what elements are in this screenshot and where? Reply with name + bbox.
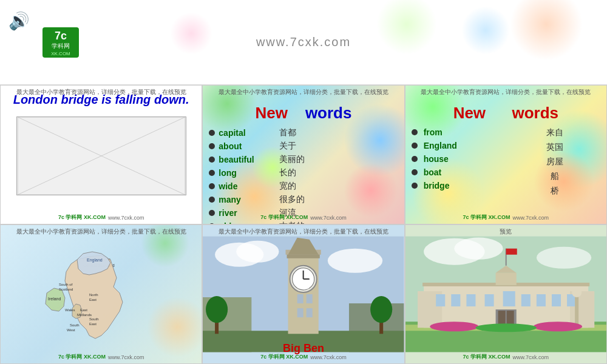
svg-text:Ireland: Ireland [48,297,61,301]
word-cn: 美丽的 [279,154,305,165]
svg-point-47 [454,238,503,260]
watermark-bottom-6: 7c 学科网 XK.COM www.7cxk.com [463,353,549,361]
word-en2: England [412,141,503,150]
london-bridge-image [16,116,186,195]
new-label: New [256,104,288,122]
svg-rect-58 [503,291,515,306]
word-cn2: 房屋 [509,157,600,167]
svg-text:South: South [89,317,99,321]
svg-rect-70 [506,249,517,255]
svg-point-30 [206,296,228,323]
wm-logo-3: 7c 学科网 XK.COM [463,214,510,221]
svg-rect-44 [307,308,313,317]
bullet-icon [209,183,215,189]
card-new-words-right: 最大最全中小学教育资源网站，详细分类，批量下载，在线预览 New words f… [405,85,607,224]
speaker-icon[interactable]: 🔊 [8,11,30,31]
word-cn: 关于 [279,141,296,152]
words-label-3: words [512,104,558,122]
main-grid: 最大最全中小学教育资源网站，详细分类，批量下载，在线预览 London brid… [0,85,607,364]
wm-logo-2: 7c 学科网 XK.COM [260,214,308,221]
card3-title: New words [412,104,600,123]
bullet-icon [209,210,215,216]
word-cn2: 来自 [509,127,600,138]
svg-text:North: North [89,293,98,297]
word-cn: 宽的 [279,181,296,192]
card2-title: New words [209,104,398,123]
card-palace: 预览 [405,224,607,364]
words-two-col-3: from England house boat [412,127,600,200]
card3-content: New words from England hou [405,86,606,206]
watermark-top-1: 最大最全中小学教育资源网站，详细分类，批量下载，在线预览 [16,88,186,96]
watermark-top-6: 预览 [500,228,512,236]
watermark-top-4: 最大最全中小学教育资源网站，详细分类，批量下载，在线预览 [16,228,186,236]
wm-logo-6: 7c 学科网 XK.COM [463,353,510,361]
svg-text:East: East [80,308,87,312]
word-row: wide 宽的 [209,181,398,192]
svg-rect-59 [521,294,530,306]
word-row: about 关于 [209,141,398,152]
map-container: Highlands and Central Scotland South of … [1,225,202,363]
svg-text:学科网: 学科网 [52,42,70,49]
word-en2: boat [412,167,503,177]
svg-rect-43 [297,308,304,317]
bullet-icon [209,130,215,136]
word-en: beautiful [219,155,273,164]
word-en2: from [412,127,503,137]
card-new-words-left: 最大最全中小学教育资源网站，详细分类，批量下载，在线预览 New words c… [202,85,404,224]
svg-rect-71 [575,294,578,325]
svg-point-32 [370,296,392,323]
word-row: many 很多的 [209,194,398,205]
wm-url-2: www.7cxk.com [310,215,347,221]
svg-rect-57 [484,294,493,306]
svg-point-72 [572,288,582,297]
word-en: about [219,141,273,151]
svg-text:East: East [89,322,97,326]
svg-rect-67 [495,273,516,285]
card-big-ben: 最大最全中小学教育资源网站，详细分类，批量下载，在线预览 [202,224,404,364]
bigben-label: Big Ben [283,342,324,355]
svg-point-74 [534,322,582,331]
palace-svg [405,225,606,363]
word-en: many [219,195,273,204]
svg-rect-55 [451,294,460,306]
word-cn: 长的 [279,167,296,178]
watermark-top-2: 最大最全中小学教育资源网站，详细分类，批量下载，在线预览 [219,88,388,96]
svg-text:South of: South of [59,283,73,286]
word-cn2: 英国 [509,142,600,153]
wm-logo-1: 7c 学科网 XK.COM [58,214,106,221]
bullet-icon [412,143,418,149]
svg-text:England: England [87,258,103,263]
wm-url-6: www.7cxk.com [513,354,549,360]
svg-rect-56 [466,294,475,306]
svg-text:West: West [67,328,75,332]
bullet-icon [209,157,215,163]
logo-svg: 7c 学科网 XK.COM [42,24,79,61]
svg-rect-41 [297,294,304,303]
bullet-icon [412,156,418,162]
word-row: beautiful 美丽的 [209,154,398,165]
watermark-bottom-4: 7c 学科网 XK.COM www.7cxk.com [58,353,144,361]
svg-text:XK.COM: XK.COM [51,51,70,56]
bullet-icon [209,170,215,176]
word-cn2: 桥 [509,186,600,197]
word-en2: bridge [412,181,503,190]
logo-area: 7c 学科网 XK.COM [42,24,79,61]
words-label: words [305,104,352,122]
svg-point-48 [537,247,591,269]
bullet-icon [412,129,418,135]
word-en: capital [219,128,273,138]
new-label-3: New [453,104,486,122]
site-url: www.7cxk.com [256,35,351,49]
svg-rect-61 [552,294,561,306]
watermark-bottom-1: 7c 学科网 XK.COM www.7cxk.com [58,214,144,221]
card-london-bridge: 最大最全中小学教育资源网站，详细分类，批量下载，在线预览 London brid… [0,85,202,224]
watermark-bottom-3: 7c 学科网 XK.COM www.7cxk.com [463,214,549,221]
word-cn2: 船 [509,171,600,182]
svg-point-75 [475,323,536,332]
bullet-icon [412,183,418,189]
svg-rect-42 [307,294,313,303]
watermark-bottom-2: 7c 学科网 XK.COM www.7cxk.com [260,214,347,221]
word-en2: house [412,154,503,164]
watermark-top-3: 最大最全中小学教育资源网站，详细分类，批量下载，在线预览 [421,88,591,96]
uk-map-svg: Highlands and Central Scotland South of … [29,251,174,348]
